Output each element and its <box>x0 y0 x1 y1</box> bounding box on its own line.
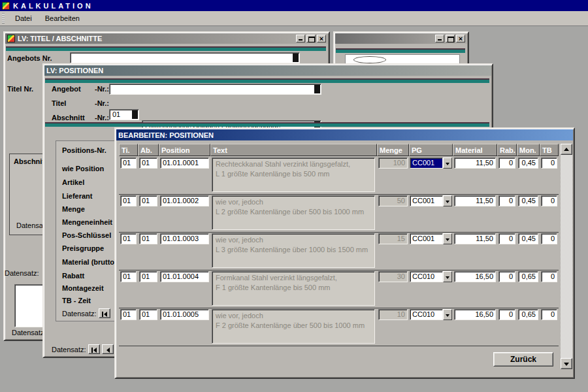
sidebar-item-preisgruppe[interactable]: Preisgruppe <box>62 244 104 252</box>
titlebar-small-window[interactable] <box>335 33 467 44</box>
cell-rab[interactable]: 0 <box>498 157 515 169</box>
column-header-pg[interactable]: PG <box>409 144 453 156</box>
column-header-ab[interactable]: Ab. <box>138 144 159 156</box>
cell-position[interactable]: 01.01.0004 <box>160 271 209 282</box>
cell-mon[interactable]: 0,45 <box>518 157 538 169</box>
cell-text[interactable]: wie vor, jedochL 2 größte Kantenlänge üb… <box>212 195 375 230</box>
cell-ti[interactable]: 01 <box>120 157 137 169</box>
cell-tb[interactable]: 0 <box>541 271 557 282</box>
cell-position[interactable]: 01.01.0005 <box>160 309 209 320</box>
cell-tb[interactable]: 0 <box>541 157 557 169</box>
column-header-material[interactable]: Material <box>453 144 497 156</box>
column-header-rab[interactable]: Rab. <box>497 144 517 156</box>
cell-pg[interactable]: CC010 <box>410 271 443 282</box>
cell-rab[interactable]: 0 <box>498 195 515 206</box>
vertical-scrollbar[interactable] <box>561 144 572 369</box>
minimize-icon[interactable] <box>435 35 444 42</box>
column-header-tb[interactable]: TB <box>540 144 559 156</box>
first-record-icon[interactable] <box>99 308 110 318</box>
menu-drag-handle-icon[interactable] <box>2 13 5 24</box>
titel-code-field[interactable]: 01 <box>109 109 139 120</box>
close-icon[interactable] <box>317 35 326 42</box>
pg-dropdown-icon[interactable] <box>443 271 452 282</box>
cell-menge[interactable]: 50 <box>378 195 408 206</box>
zurueck-button[interactable]: Zurück <box>493 352 553 367</box>
menu-item-datei[interactable]: Datei <box>8 12 39 24</box>
cell-position[interactable]: 01.01.0002 <box>160 195 209 206</box>
sidebar-item-pos-schluessel[interactable]: Pos-Schlüssel <box>62 231 111 239</box>
sidebar-item-montagezeit[interactable]: Montagezeit <box>62 284 104 292</box>
menu-item-bearbeiten[interactable]: Bearbeiten <box>39 12 86 24</box>
titlebar-lv-positionen[interactable]: LV: POSITIONEN <box>44 65 491 76</box>
cell-position[interactable]: 01.01.0003 <box>160 233 209 244</box>
column-header-menge[interactable]: Menge <box>377 144 409 156</box>
first-record-icon[interactable] <box>88 344 100 354</box>
sidebar-item-material[interactable]: Material (brutto) <box>62 258 117 266</box>
cell-menge[interactable]: 15 <box>378 233 408 244</box>
scroll-up-icon[interactable] <box>561 144 572 155</box>
cell-ab[interactable]: 01 <box>139 157 157 169</box>
pg-dropdown-icon[interactable] <box>443 195 452 206</box>
cell-pg[interactable]: CC010 <box>410 309 443 320</box>
cell-tb[interactable]: 0 <box>541 195 557 206</box>
cell-pg[interactable]: CC001 <box>410 157 443 169</box>
sidebar-item-mengeneinheit[interactable]: Mengeneinheit <box>62 218 112 226</box>
cell-material[interactable]: 11,50 <box>454 195 496 206</box>
pg-dropdown-icon[interactable] <box>443 233 452 244</box>
cell-material[interactable]: 11,50 <box>454 233 496 244</box>
sidebar-item-positions-nr[interactable]: Positions-Nr. <box>62 146 106 154</box>
column-header-mon[interactable]: Mon. <box>517 144 540 156</box>
cell-mon[interactable]: 0,45 <box>518 233 538 244</box>
cell-tb[interactable]: 0 <box>541 309 557 320</box>
cell-rab[interactable]: 0 <box>498 233 515 244</box>
cell-tb[interactable]: 0 <box>541 233 557 244</box>
cell-menge[interactable]: 30 <box>378 271 408 282</box>
cell-text[interactable]: Formkanal Stahl verzinkt längsgefalzt,F … <box>212 271 375 306</box>
listbox[interactable] <box>14 284 43 327</box>
angebot-field[interactable]: 012681 Funktionsgebäude 1 Raumlufttechni… <box>109 84 321 95</box>
cell-ab[interactable]: 01 <box>139 195 157 206</box>
cell-position[interactable]: 01.01.0001 <box>160 157 209 169</box>
titlebar-lv-titel-abschnitte[interactable]: LV: TITEL / ABSCHNITTE <box>5 33 328 44</box>
column-header-ti[interactable]: Ti. <box>119 144 138 156</box>
cell-ab[interactable]: 01 <box>139 233 157 244</box>
dropdown-icon[interactable] <box>293 54 299 62</box>
cell-pg[interactable]: CC001 <box>410 195 443 206</box>
cell-text[interactable]: wie vor, jedochL 3 größte Kantenlänge üb… <box>212 233 375 268</box>
cell-ti[interactable]: 01 <box>120 309 137 320</box>
maximize-icon[interactable] <box>446 35 455 42</box>
sidebar-item-menge[interactable]: Menge <box>62 205 85 213</box>
cell-material[interactable]: 16,50 <box>454 309 496 320</box>
cell-text[interactable]: Rechteckkanal Stahl verzinkt längsgefalz… <box>212 157 375 192</box>
maximize-icon[interactable] <box>306 35 316 42</box>
sidebar-item-lieferant[interactable]: Lieferant <box>62 192 92 200</box>
minimize-icon[interactable] <box>296 35 305 42</box>
cell-rab[interactable]: 0 <box>498 271 515 282</box>
sidebar-item-artikel[interactable]: Artikel <box>62 178 84 186</box>
cell-rab[interactable]: 0 <box>498 309 515 320</box>
sidebar-item-rabatt[interactable]: Rabatt <box>62 272 84 280</box>
cell-material[interactable]: 16,50 <box>454 271 496 282</box>
sidebar-item-wie-position[interactable]: wie Position <box>62 165 104 172</box>
cell-mon[interactable]: 0,65 <box>518 271 538 282</box>
cell-pg[interactable]: CC001 <box>410 233 443 244</box>
cell-material[interactable]: 11,50 <box>454 157 496 169</box>
scroll-down-icon[interactable] <box>561 358 572 369</box>
dropdown-icon[interactable] <box>314 85 320 93</box>
cell-mon[interactable]: 0,65 <box>518 309 538 320</box>
cell-ab[interactable]: 01 <box>139 271 157 282</box>
angebots-nr-field[interactable]: 012681 Funktionsgebäude 1 Raumlufttechni… <box>70 52 300 63</box>
sidebar-item-tb-zeit[interactable]: TB - Zeit <box>62 297 91 304</box>
cell-ti[interactable]: 01 <box>120 195 137 206</box>
pg-dropdown-icon[interactable] <box>443 157 452 169</box>
cell-ab[interactable]: 01 <box>139 309 157 320</box>
cell-menge[interactable]: 10 <box>378 309 408 320</box>
titlebar-bearbeiten-positionen[interactable]: BEARBEITEN: POSITIONEN <box>116 129 573 140</box>
pg-dropdown-icon[interactable] <box>443 309 452 320</box>
close-icon[interactable] <box>456 35 465 42</box>
column-header-text[interactable]: Text <box>210 144 377 156</box>
cell-ti[interactable]: 01 <box>120 233 137 244</box>
cell-ti[interactable]: 01 <box>120 271 137 282</box>
dropdown-icon[interactable] <box>132 110 138 119</box>
cell-mon[interactable]: 0,45 <box>518 195 538 206</box>
